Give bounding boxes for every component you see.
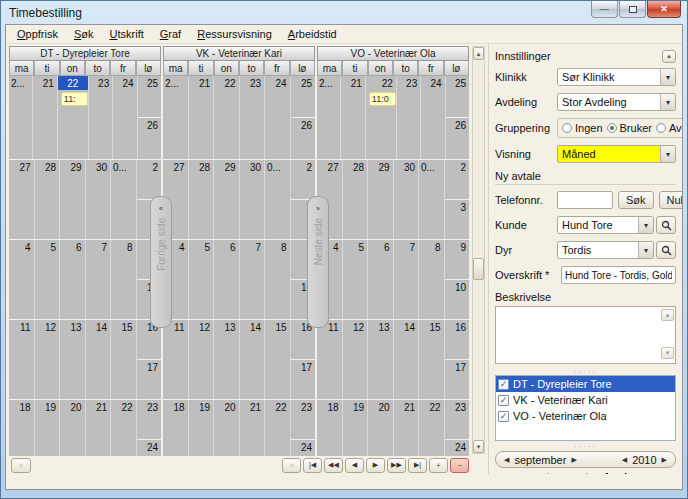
day-cell[interactable]: 0... (265, 160, 291, 239)
day-cell[interactable]: 14 (86, 320, 112, 399)
day-cell[interactable]: 7 (86, 240, 112, 319)
dropdown-button[interactable]: ▾ (660, 69, 675, 85)
day-cell[interactable]: 13 (60, 320, 86, 399)
day-cell[interactable]: 15 (419, 320, 445, 399)
dropdown-button[interactable]: ▾ (638, 242, 653, 258)
day-cell[interactable]: 2 (445, 160, 470, 200)
day-cell[interactable]: 26 (138, 118, 161, 159)
day-cell[interactable]: 18 (163, 400, 189, 458)
day-cell[interactable]: 3 (445, 200, 470, 239)
textarea-scroll-up-button[interactable]: ▲ (661, 309, 674, 321)
day-cell[interactable]: 15 (111, 320, 137, 399)
day-cell[interactable]: 28 (189, 160, 215, 239)
day-cell[interactable]: 28 (35, 160, 61, 239)
day-cell[interactable]: 20 (214, 400, 240, 458)
day-cell[interactable]: 7 (240, 240, 266, 319)
day-cell[interactable]: 26 (291, 118, 316, 159)
day-cell[interactable]: 16 (445, 320, 470, 360)
navigator-button-8[interactable]: + (429, 458, 448, 473)
telefonnr-input[interactable] (557, 191, 613, 209)
day-cell[interactable]: 22 (111, 400, 137, 458)
day-cell[interactable]: 2... (9, 76, 33, 159)
day-cell[interactable]: 25 (138, 76, 161, 118)
resource-list-item[interactable]: ✓VK - Veterinær Kari (496, 392, 675, 408)
day-cell[interactable]: 6 (60, 240, 86, 319)
day-cell[interactable]: 5 (343, 240, 369, 319)
checkbox-checked-icon[interactable]: ✓ (498, 411, 509, 422)
day-cell[interactable]: 12 (189, 320, 215, 399)
day-cell[interactable]: 5 (189, 240, 215, 319)
day-cell[interactable]: 24 (265, 76, 291, 159)
day-cell[interactable]: 4 (9, 240, 35, 319)
previous-year-button[interactable]: ◀ (622, 456, 627, 464)
day-cell[interactable]: 11 (9, 320, 35, 399)
day-cell[interactable]: 19 (343, 400, 369, 458)
navigator-button-6[interactable]: ▶▶ (387, 458, 406, 473)
day-cell[interactable]: 2... (163, 76, 189, 159)
close-button[interactable]: ✕ (647, 1, 681, 18)
radio-bruker[interactable]: Bruker (607, 122, 652, 134)
day-cell[interactable]: 14 (240, 320, 266, 399)
day-cell[interactable]: 21 (341, 76, 365, 159)
day-cell[interactable]: 22 (214, 76, 240, 159)
day-cell[interactable]: 11 (317, 320, 343, 399)
day-cell[interactable]: 21 (394, 400, 420, 458)
day-cell[interactable]: 12 (343, 320, 369, 399)
day-cell[interactable]: 21 (33, 76, 57, 159)
day-cell[interactable]: 7 (394, 240, 420, 319)
radio-avdelin[interactable]: Avdelin (656, 122, 682, 134)
day-cell[interactable]: 23 (445, 400, 470, 440)
collapse-settings-button[interactable]: ▴ (662, 50, 676, 63)
day-cell[interactable]: 0... (419, 160, 445, 239)
navigator-button-5[interactable]: ▶ (366, 458, 385, 473)
menu-item-arbeidstid[interactable]: Arbeidstid (281, 26, 344, 42)
day-cell[interactable]: 9 (445, 240, 470, 280)
navigator-button-4[interactable]: ◀ (345, 458, 364, 473)
next-month-button[interactable]: ▶ (571, 456, 576, 464)
day-cell[interactable]: 20 (368, 400, 394, 458)
minimize-button[interactable]: — (591, 1, 618, 18)
day-cell[interactable]: 13 (214, 320, 240, 399)
checkbox-checked-icon[interactable]: ✓ (498, 379, 509, 390)
textarea-scroll-down-button[interactable]: ▼ (661, 347, 674, 359)
dyr-combobox[interactable]: Tordis ▾ (557, 241, 654, 259)
vertical-scrollbar[interactable]: ▴ ▾ (472, 46, 485, 454)
day-cell[interactable]: 19 (35, 400, 61, 458)
day-cell[interactable]: 24 (421, 76, 445, 159)
nullstill-button[interactable]: Nullstill (659, 191, 682, 209)
maximize-button[interactable] (619, 1, 646, 18)
day-cell[interactable]: 2211: (58, 76, 89, 159)
day-cell[interactable]: 23 (137, 400, 162, 440)
day-cell[interactable]: 30 (240, 160, 266, 239)
day-cell[interactable]: 18 (317, 400, 343, 458)
day-cell[interactable]: 10 (445, 280, 470, 319)
day-cell[interactable]: 29 (60, 160, 86, 239)
day-cell[interactable]: 17 (445, 360, 470, 399)
next-year-button[interactable]: ▶ (662, 456, 667, 464)
day-cell[interactable]: 24 (113, 76, 137, 159)
day-cell[interactable]: 23 (89, 76, 113, 159)
menu-item-søk[interactable]: Søk (67, 26, 101, 42)
scrollbar-track[interactable] (473, 60, 484, 440)
day-cell[interactable]: 8 (265, 240, 291, 319)
navigator-button-1[interactable]: > (282, 458, 301, 473)
day-cell[interactable]: 25 (446, 76, 469, 118)
day-cell[interactable]: 23 (291, 400, 316, 440)
day-cell[interactable]: 28 (343, 160, 369, 239)
dyr-search-button[interactable] (656, 241, 676, 259)
dropdown-button[interactable]: ▾ (660, 146, 675, 162)
navigator-button-3[interactable]: ◀◀ (324, 458, 343, 473)
menu-item-graf[interactable]: Graf (153, 26, 188, 42)
dropdown-button[interactable]: ▾ (638, 217, 653, 233)
day-cell[interactable]: 22 (419, 400, 445, 458)
day-cell[interactable]: 13 (368, 320, 394, 399)
day-cell[interactable]: 17 (291, 360, 316, 399)
day-cell[interactable]: 23 (397, 76, 421, 159)
day-cell[interactable]: 18 (9, 400, 35, 458)
navigator-button-7[interactable]: ▶| (408, 458, 427, 473)
day-cell[interactable]: 8 (419, 240, 445, 319)
previous-page-tab[interactable]: « Forrige side (150, 196, 172, 328)
resource-list-item[interactable]: ✓VO - Veterinær Ola (496, 408, 675, 424)
beskrivelse-textarea[interactable] (495, 306, 676, 364)
day-cell[interactable]: 20 (60, 400, 86, 458)
